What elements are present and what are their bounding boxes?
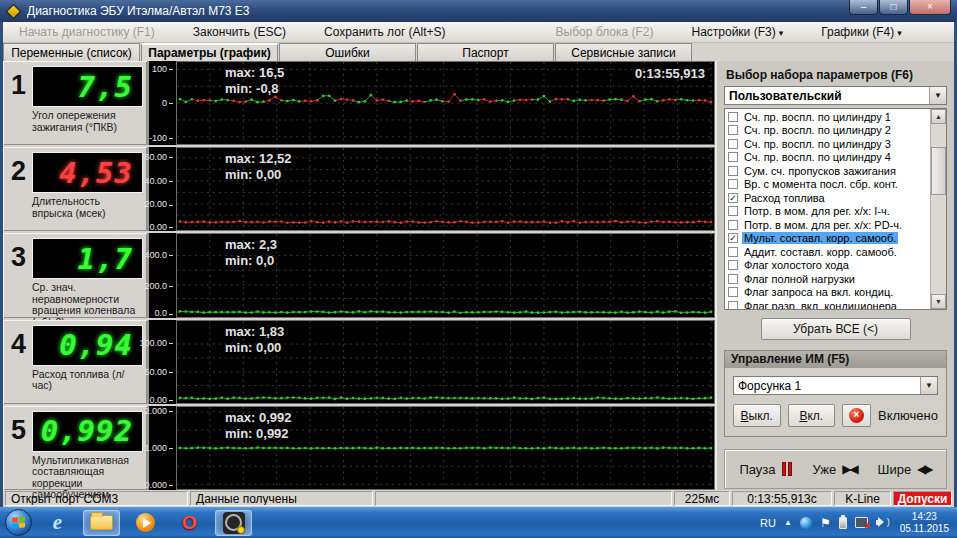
app-window: Диагностика ЭБУ Итэлма/Автэл М73 Е3 – □ … bbox=[0, 0, 957, 538]
tray-expand-icon[interactable]: ▲ bbox=[784, 518, 792, 527]
checkbox-checked-icon[interactable]: ✓ bbox=[728, 193, 738, 203]
param-list-item[interactable]: Сч. пр. воспл. по цилиндру 3 bbox=[726, 137, 930, 151]
battery-icon[interactable] bbox=[839, 517, 847, 529]
narrower-icon: ▶◀ bbox=[842, 462, 856, 476]
preset-combobox[interactable]: Пользовательский ▼ bbox=[724, 86, 947, 105]
param-list-item[interactable]: Флаг разр. вкл. кондиционера bbox=[726, 299, 930, 309]
menu-item-finish[interactable]: Закончить (ESC) bbox=[185, 23, 294, 41]
param-list-item[interactable]: Флаг холостого хода bbox=[726, 259, 930, 273]
taskbar-diagnostic-app-button[interactable] bbox=[215, 510, 252, 536]
opera-icon: O bbox=[182, 512, 197, 534]
checkbox-icon[interactable] bbox=[728, 152, 738, 162]
wider-button[interactable]: Шире ◀▶ bbox=[877, 462, 931, 477]
tab-parameters-chart[interactable]: Параметры (график) bbox=[141, 43, 278, 61]
off-button[interactable]: Выкл. bbox=[733, 404, 781, 427]
clock[interactable]: 14:23 05.11.2015 bbox=[900, 511, 949, 535]
param-list-item[interactable]: Флаг запроса на вкл. кондиц. bbox=[726, 286, 930, 300]
param-list-label: Сч. пр. воспл. по цилиндру 4 bbox=[742, 151, 893, 163]
menu-item-charts[interactable]: Графики (F4)▾ bbox=[813, 23, 910, 41]
taskbar-explorer-button[interactable] bbox=[83, 510, 120, 536]
param-list-item[interactable]: Сч. пр. воспл. по цилиндру 4 bbox=[726, 151, 930, 165]
combo-dropdown-icon[interactable]: ▼ bbox=[929, 87, 946, 104]
network-icon[interactable]: × bbox=[855, 517, 868, 528]
narrower-button[interactable]: Уже ▶◀ bbox=[812, 462, 856, 477]
checkbox-checked-icon[interactable]: ✓ bbox=[728, 233, 738, 243]
checkbox-icon[interactable] bbox=[728, 247, 738, 257]
param-cell: 31,7Ср. знач. неравномерности вращения к… bbox=[3, 233, 149, 317]
clear-all-button[interactable]: Убрать ВСЕ (<) bbox=[761, 318, 911, 340]
param-index: 3 bbox=[11, 242, 26, 273]
param-row: 24,53Длительность впрыска (мсек)60.0040.… bbox=[3, 147, 715, 233]
minimize-button[interactable]: – bbox=[849, 0, 878, 15]
checkbox-icon[interactable] bbox=[728, 179, 738, 189]
checkbox-icon[interactable] bbox=[728, 206, 738, 216]
y-tick-label: 40.00 bbox=[144, 176, 173, 186]
param-cell: 50,992Мультипликативная составляющая кор… bbox=[3, 406, 149, 490]
param-list-item[interactable]: Аддит. составл. корр. самооб. bbox=[726, 245, 930, 259]
tab-errors[interactable]: Ошибки bbox=[279, 43, 416, 61]
param-row: 40,94Расход топлива (л/час)100.0050.000.… bbox=[3, 320, 715, 406]
tab-variables-list[interactable]: Переменные (список) bbox=[3, 43, 140, 61]
taskbar-media-player-button[interactable] bbox=[127, 510, 164, 536]
system-tray: RU ▲ ⚑ × ) 14:23 05.11.2015 bbox=[760, 511, 952, 535]
param-index: 2 bbox=[11, 156, 26, 187]
param-list-item[interactable]: Вр. с момента посл. сбр. конт. bbox=[726, 178, 930, 192]
tab-passport[interactable]: Паспорт bbox=[417, 43, 554, 61]
checkbox-icon[interactable] bbox=[728, 301, 738, 309]
menu-item-save-log[interactable]: Сохранить лог (Alt+S) bbox=[316, 23, 454, 41]
param-list-item[interactable]: Сч. пр. воспл. по цилиндру 2 bbox=[726, 124, 930, 138]
sidebar: Выбор набора параметров (F6) Пользовател… bbox=[715, 61, 954, 490]
scroll-thumb[interactable] bbox=[931, 147, 946, 195]
scroll-down-icon[interactable]: ▼ bbox=[931, 294, 946, 309]
taskbar-opera-button[interactable]: O bbox=[171, 510, 208, 536]
checkbox-icon[interactable] bbox=[728, 112, 738, 122]
param-index: 1 bbox=[11, 70, 26, 101]
pause-button[interactable]: Пауза bbox=[739, 462, 791, 477]
start-button[interactable] bbox=[5, 509, 32, 536]
close-button[interactable]: × bbox=[909, 0, 951, 15]
combo-dropdown-icon[interactable]: ▼ bbox=[920, 377, 937, 394]
tab-service-records[interactable]: Сервисные записи bbox=[555, 43, 692, 61]
chart-row: 400.0200.00.0max: 2,3min: 0,0 bbox=[149, 233, 715, 317]
chart-plot: max: 1,83min: 0,00 bbox=[176, 320, 715, 404]
param-cell: 40,94Расход топлива (л/час) bbox=[3, 320, 149, 404]
param-list-item[interactable]: ✓Расход топлива bbox=[726, 191, 930, 205]
param-list-item[interactable]: Сч. пр. воспл. по цилиндру 1 bbox=[726, 110, 930, 124]
language-indicator[interactable]: RU bbox=[760, 517, 776, 529]
checkbox-icon[interactable] bbox=[728, 260, 738, 270]
im-control-body: Форсунка 1 ▼ Выкл. Вкл. × Включено bbox=[725, 368, 946, 436]
y-tick-label: 0.00 bbox=[149, 222, 173, 232]
time-label: 14:23 bbox=[912, 511, 937, 523]
param-list-item[interactable]: Потр. в мом. для рег. х/х: PD-ч. bbox=[726, 218, 930, 232]
checkbox-icon[interactable] bbox=[728, 125, 738, 135]
on-button[interactable]: Вкл. bbox=[788, 404, 836, 427]
status-tolerances-badge: Допуски bbox=[893, 491, 952, 506]
stop-icon: × bbox=[849, 408, 864, 423]
list-scrollbar[interactable]: ▲ ▼ bbox=[930, 109, 946, 309]
checkbox-icon[interactable] bbox=[728, 166, 738, 176]
checkbox-icon[interactable] bbox=[728, 274, 738, 284]
y-tick-label: 1.000 bbox=[144, 443, 173, 453]
menu-item-settings[interactable]: Настройки (F3)▾ bbox=[683, 23, 791, 41]
chart-plot: max: 12,52min: 0,00 bbox=[176, 147, 715, 231]
checkbox-icon[interactable] bbox=[728, 220, 738, 230]
param-list-item[interactable]: Флаг полной нагрузки bbox=[726, 272, 930, 286]
param-list-item[interactable]: Сум. сч. пропусков зажигания bbox=[726, 164, 930, 178]
taskbar-ie-button[interactable]: e bbox=[39, 510, 76, 536]
device-combobox[interactable]: Форсунка 1 ▼ bbox=[733, 376, 938, 395]
volume-icon[interactable]: ) bbox=[876, 516, 889, 529]
diagnostic-app-icon bbox=[223, 512, 245, 534]
stop-button[interactable]: × bbox=[842, 404, 871, 427]
tray-app-icon[interactable] bbox=[800, 517, 812, 529]
menu-item-label: Настройки (F3) bbox=[691, 25, 775, 39]
param-list-item[interactable]: Потр. в мом. для рег. х/х: I-ч. bbox=[726, 205, 930, 219]
checkbox-icon[interactable] bbox=[728, 139, 738, 149]
checkbox-icon[interactable] bbox=[728, 287, 738, 297]
action-center-flag-icon[interactable]: ⚑ bbox=[820, 517, 831, 529]
param-list-item[interactable]: ✓Мульт. составл. корр. самооб. bbox=[726, 232, 930, 246]
scroll-up-icon[interactable]: ▲ bbox=[931, 109, 946, 124]
y-tick-label: 100.00 bbox=[139, 338, 173, 348]
restore-button[interactable]: □ bbox=[879, 0, 908, 15]
app-client-area: Начать диагностику (F1)Закончить (ESC)Со… bbox=[0, 22, 957, 507]
y-tick-label: 60.00 bbox=[144, 152, 173, 162]
